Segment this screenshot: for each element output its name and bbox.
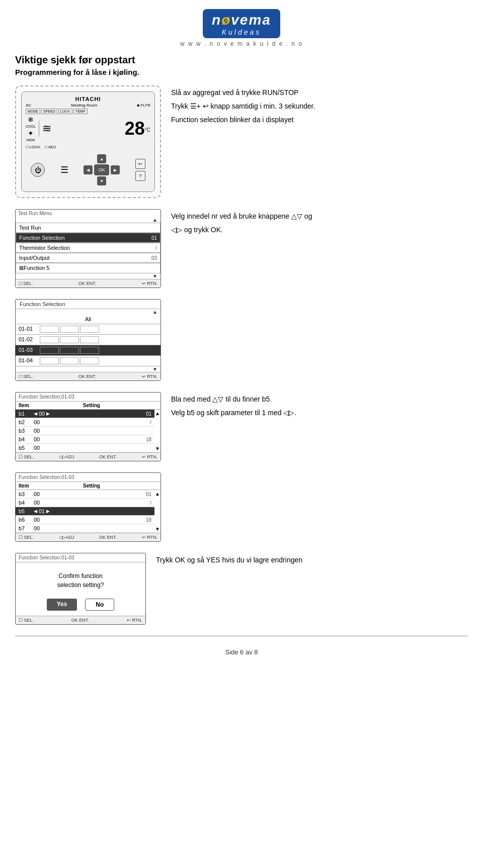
- func03-row2-b3[interactable]: b3 00 01: [16, 490, 154, 499]
- func03-row2-b5[interactable]: b5 ◀ 01 ▶: [16, 507, 154, 516]
- func-sel-all[interactable]: All: [16, 315, 160, 324]
- nav-cluster: ▲ ◀ OK ▶ ▼: [84, 154, 120, 185]
- fan-icon: ✦: [28, 129, 34, 137]
- test-run-menu-title: Test Run Menu: [16, 210, 160, 217]
- func03-val2-b7: 00: [34, 525, 40, 531]
- func03-sel-label-1: SEL.: [24, 454, 34, 459]
- func03-left-arrow-b1: ◀: [34, 411, 37, 416]
- func03-row-b1[interactable]: b1 ◀ 00 ▶ 01: [16, 410, 154, 418]
- func-sel-row-0101[interactable]: 01-01: [16, 324, 160, 335]
- text-trykk-yes: Trykk OK og så YES hvis du vi lagre endr…: [156, 555, 468, 565]
- ok-button[interactable]: OK: [94, 164, 109, 175]
- func03-ok-label-2: OK ENT.: [99, 535, 117, 540]
- func-sel-row-0103[interactable]: 01-03: [16, 345, 160, 356]
- menu-row-num-thermistor: /: [148, 245, 157, 251]
- menu-row-input-output[interactable]: Input/Output 03: [16, 253, 160, 263]
- func03-title-2: Function Selection:01-03: [16, 473, 160, 482]
- remote-brand: HITACHI: [26, 96, 150, 102]
- confirm-footer: ☐ SEL. OK ENT. ↩ RTN.: [16, 616, 145, 624]
- func03-val2-b5: 01: [39, 508, 45, 514]
- text-function-blink: Function selection blinker da i displaye…: [171, 115, 468, 125]
- menu-row-function5[interactable]: ⊠Function 5: [16, 263, 160, 273]
- func03-val2-b3: 00: [34, 491, 40, 497]
- right-btns: ↩ ?: [135, 159, 145, 181]
- nav-right-btn[interactable]: ▶: [111, 165, 120, 174]
- func-sel-cell-0103-b: [60, 347, 79, 354]
- func03-setting-b3: 00: [34, 428, 141, 434]
- confirm-yes-button[interactable]: Yes: [47, 599, 77, 611]
- func03-setting-b2: 00: [34, 419, 141, 425]
- func-sel-cell-0103-a: [40, 347, 59, 354]
- func03-item2-b5: b5: [19, 508, 34, 514]
- func-sel-cell-0104-a: [40, 357, 59, 364]
- nav-up-btn[interactable]: ▲: [97, 154, 106, 163]
- brand-logo: nøvema: [212, 12, 271, 28]
- footer-sel-label: SEL.: [23, 281, 33, 286]
- func03-side-b4: 18: [141, 437, 151, 442]
- header: nøvema Kuldeas w w w . n o v e m a k u l…: [0, 0, 483, 49]
- remote-temp-value: 28: [125, 118, 145, 139]
- func-sel-cell-0102-c: [80, 336, 99, 343]
- func03-footer-adj-1: ◁▷ADJ: [59, 454, 74, 459]
- remote-mode-item-louv: LOUV.: [58, 109, 72, 114]
- func03-row-b2[interactable]: b2 00 /: [16, 418, 154, 427]
- func03-row2-b4[interactable]: b4 00 /: [16, 499, 154, 507]
- func03-ok-label-1: OK ENT.: [99, 454, 117, 459]
- question-button[interactable]: ?: [135, 171, 145, 181]
- menu-row-num-input-output: 03: [148, 255, 157, 261]
- adj-check: □ ADJ: [45, 145, 56, 149]
- remote-room-label: Meeting Room: [71, 103, 97, 108]
- func03-scroll-up-2: ▲: [155, 491, 160, 497]
- func03-right-arrow-b1: ▶: [46, 411, 50, 416]
- func-sel-cell-0103-c: [80, 347, 99, 354]
- footer-rtn-label: ↩ RTN.: [142, 281, 157, 286]
- section-1-text: Slå av aggregat ved å trykke RUN/STOP Tr…: [171, 85, 468, 128]
- section-1-row: HITACHI AC Meeting Room ■ FLTR MODE SPEE…: [15, 85, 468, 198]
- func03-row-b4[interactable]: b4 00 18: [16, 435, 154, 444]
- logo-box: nøvema Kuldeas: [203, 9, 280, 38]
- menu-row-function-sel[interactable]: Function Selection 01: [16, 233, 160, 243]
- func-sel-cell-0102-a: [40, 336, 59, 343]
- func-sel-cell-0102-b: [60, 336, 79, 343]
- page-divider: [15, 636, 468, 636]
- func-sel-cells-0104: [40, 357, 157, 364]
- section-3-text-empty: [171, 299, 468, 301]
- footer-sel: ☐ SEL.: [19, 281, 33, 286]
- func03-row-b5[interactable]: b5 00: [16, 444, 154, 452]
- func-sel-row-0104[interactable]: 01-04: [16, 356, 160, 366]
- confirm-line1: Confirm function: [26, 571, 135, 581]
- func03-footer-1: ☐ SEL. ◁▷ADJ OK ENT. ↩ RTN.: [16, 452, 160, 461]
- remote-bottom-icons: □ LOUV. □ ADJ: [26, 145, 150, 149]
- menu-row-test-run[interactable]: Test Run: [16, 223, 160, 233]
- menu-footer: ☐ SEL. OK ENT. ↩ RTN.: [16, 279, 160, 287]
- confirm-title: Function Selection:01-03: [16, 553, 145, 562]
- website-text: w w w . n o v e m a k u l d e . n o: [0, 40, 483, 47]
- func03-setting2-b4: 00: [34, 500, 141, 506]
- func03-setting2-b3: 00: [34, 491, 141, 497]
- func03-sel-icon-2: ☐: [19, 535, 23, 540]
- power-button[interactable]: ⏻: [31, 163, 45, 177]
- func03-row2-b6[interactable]: b6 00 18: [16, 516, 154, 524]
- func03-item-b5: b5: [19, 445, 34, 451]
- func03-item-b2: b2: [19, 419, 34, 425]
- func03-footer-adj-2: ◁▷ADJ: [59, 535, 74, 540]
- func03-left-arrow2-b5: ◀: [34, 509, 37, 514]
- nav-left-btn[interactable]: ◀: [84, 165, 93, 174]
- func03-item-b1: b1: [19, 411, 34, 417]
- louv-check: □ LOUV.: [26, 145, 41, 149]
- func03-row2-b7[interactable]: b7 00: [16, 524, 154, 533]
- func03-footer-ok-1: OK ENT.: [99, 454, 117, 459]
- back-button[interactable]: ↩: [135, 159, 145, 169]
- func-sel-row-0102[interactable]: 01-02: [16, 335, 160, 345]
- confirm-sel-label: SEL.: [24, 618, 34, 623]
- func03-val2-b4: 00: [34, 500, 40, 506]
- menu-row-thermistor[interactable]: Thermistor Selection /: [16, 243, 160, 253]
- confirm-no-button[interactable]: No: [85, 599, 114, 611]
- func03-val-b3: 00: [34, 428, 40, 434]
- section-6-row: Function Selection:01-03 Confirm functio…: [15, 553, 468, 625]
- menu-row-label-thermistor: Thermistor Selection: [19, 245, 70, 251]
- nav-down-btn[interactable]: ▼: [97, 176, 106, 185]
- func03-row-b3[interactable]: b3 00: [16, 427, 154, 435]
- text-run-stop: Slå av aggregat ved å trykke RUN/STOP: [171, 87, 468, 98]
- func-scroll-down: ▼: [16, 366, 160, 372]
